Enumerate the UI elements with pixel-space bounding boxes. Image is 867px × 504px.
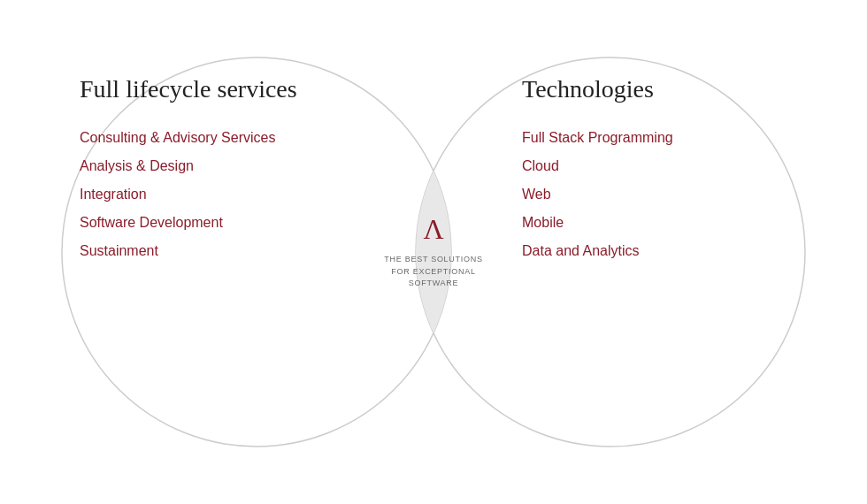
right-item-4: Mobile — [522, 215, 787, 231]
right-title: Technologies — [522, 75, 787, 103]
left-item-1: Consulting & Advisory Services — [80, 130, 389, 146]
right-item-2: Cloud — [522, 158, 787, 174]
right-item-5: Data and Analytics — [522, 243, 787, 259]
left-item-2: Analysis & Design — [80, 158, 389, 174]
left-item-5: Sustainment — [80, 243, 389, 259]
left-title: Full lifecycle services — [80, 75, 389, 103]
left-item-3: Integration — [80, 187, 389, 202]
left-section: Full lifecycle services Consulting & Adv… — [80, 75, 389, 271]
center-tagline: THE BEST SOLUTIONS FOR EXCEPTIONAL SOFTW… — [380, 254, 487, 290]
center-section: Λ THE BEST SOLUTIONS FOR EXCEPTIONAL SOF… — [380, 215, 487, 290]
left-item-4: Software Development — [80, 215, 389, 231]
logo-chevron-icon: Λ — [380, 215, 487, 243]
right-item-3: Web — [522, 187, 787, 202]
right-item-1: Full Stack Programming — [522, 130, 787, 146]
venn-diagram: Full lifecycle services Consulting & Adv… — [35, 22, 832, 482]
right-section: Technologies Full Stack Programming Clou… — [522, 75, 787, 271]
